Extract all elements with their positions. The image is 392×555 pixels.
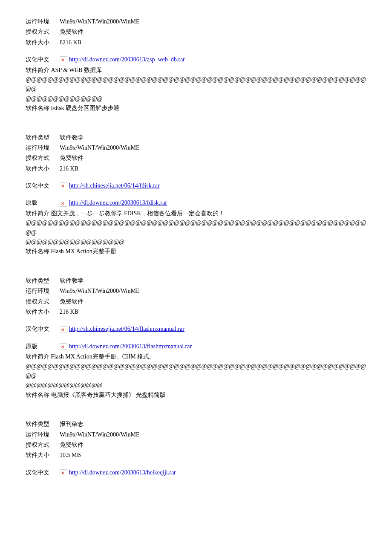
- value-auth-4: 免费软件: [60, 440, 84, 450]
- page-content: 运行环境 Win9x/WinNT/Win2000/WinME 授权方式 免费软件…: [26, 17, 366, 477]
- field-row-auth-4: 授权方式 免费软件: [26, 440, 366, 450]
- at-line-1b: @@@@@@@@@@@@@@: [26, 94, 366, 104]
- broken-image-2b: [60, 200, 67, 207]
- hanhua-link-3[interactable]: http://sh.chinesejia.net/06/14/flashmxma…: [69, 324, 184, 334]
- field-row-auth-2: 授权方式 免费软件: [26, 153, 366, 163]
- label-auth: 授权方式: [26, 27, 60, 37]
- yuanban-link-row-3: 原版 http://dl.downez.com/20030613/flashmx…: [26, 342, 366, 351]
- hanhua-link-2[interactable]: http://sh.chinesejia.net/06/14/fdisk.rar: [69, 181, 160, 191]
- at-line-1a: @@@@@@@@@@@@@@@@@@@@@@@@@@@@@@@@@@@@@@@@…: [26, 75, 366, 94]
- label-type-2: 软件类型: [26, 133, 60, 142]
- at-line-2b: @@@@@@@@@@@@@@@@@@: [26, 237, 366, 247]
- hanhua-link-row-3: 汉化中文 http://sh.chinesejia.net/06/14/flas…: [26, 324, 366, 334]
- label-hanhua-1: 汉化中文: [26, 55, 60, 64]
- section-1: 运行环境 Win9x/WinNT/Win2000/WinME 授权方式 免费软件…: [26, 17, 366, 113]
- field-row-type-2: 软件类型 软件教学: [26, 133, 366, 142]
- hanhua-link-row-4: 汉化中文 http://dl.downez.com/20030613/heike…: [26, 468, 366, 477]
- field-row-size-2: 软件大小 216 KB: [26, 164, 366, 173]
- value-type-4: 报刊杂志: [60, 419, 84, 429]
- label-hanhua-4: 汉化中文: [26, 468, 60, 477]
- value-size-3: 216 KB: [60, 307, 78, 317]
- label-hanhua-2: 汉化中文: [26, 181, 60, 191]
- value-env-3: Win9x/WinNT/Win2000/WinME: [60, 286, 140, 296]
- yuanban-link-3[interactable]: http://dl.downez.com/20030613/flashmxman…: [69, 342, 192, 351]
- yuanban-link-row-2: 原版 http://dl.downez.com/20030613/fdisk.r…: [26, 198, 366, 208]
- broken-image-3b: [60, 343, 67, 350]
- value-env-4: Win9x/WinNT/Win2000/WinME: [60, 430, 140, 439]
- next-title-1: 软件名称 Fdisk 硬盘分区图解步步通: [26, 104, 366, 113]
- value-size: 8216 KB: [60, 38, 81, 47]
- next-title-3: 软件名称 电脑报《黑客奇技赢巧大搜捕》 光盘精简版: [26, 390, 366, 400]
- value-auth-2: 免费软件: [60, 153, 84, 163]
- value-env-2: Win9x/WinNT/Win2000/WinME: [60, 143, 140, 153]
- value-size-2: 216 KB: [60, 164, 78, 173]
- label-hanhua-3: 汉化中文: [26, 324, 60, 334]
- section-3: 软件类型 软件教学 运行环境 Win9x/WinNT/Win2000/WinME…: [26, 269, 366, 400]
- broken-image-2: [60, 182, 67, 189]
- value-env: Win9x/WinNT/Win2000/WinME: [60, 17, 140, 26]
- hanhua-link-row-2: 汉化中文 http://sh.chinesejia.net/06/14/fdis…: [26, 181, 366, 191]
- field-row-type-4: 软件类型 报刊杂志: [26, 419, 366, 429]
- at-line-3a: @@@@@@@@@@@@@@@@@@@@@@@@@@@@@@@@@@@@@@@@…: [26, 362, 366, 381]
- field-row-env-2: 运行环境 Win9x/WinNT/Win2000/WinME: [26, 143, 366, 153]
- field-row-env: 运行环境 Win9x/WinNT/Win2000/WinME: [26, 17, 366, 26]
- broken-image-4: [60, 469, 67, 476]
- label-env-3: 运行环境: [26, 286, 60, 296]
- field-row-auth-3: 授权方式 免费软件: [26, 297, 366, 306]
- at-line-2a: @@@@@@@@@@@@@@@@@@@@@@@@@@@@@@@@@@@@@@@@…: [26, 218, 366, 237]
- field-row-size-3: 软件大小 216 KB: [26, 307, 366, 317]
- field-row-size-4: 软件大小 10.5 MB: [26, 451, 366, 460]
- label-env-4: 运行环境: [26, 430, 60, 439]
- value-type-3: 软件教学: [60, 276, 84, 286]
- label-type-4: 软件类型: [26, 419, 60, 429]
- label-type-3: 软件类型: [26, 276, 60, 286]
- field-row-auth: 授权方式 免费软件: [26, 27, 366, 37]
- description-3: 软件简介 Flash MX Action完整手册。CHM 格式。: [26, 352, 366, 361]
- label-auth-4: 授权方式: [26, 440, 60, 450]
- hanhua-link-1[interactable]: http://dl.downez.com/20030613/asp_web_db…: [69, 55, 185, 64]
- label-env: 运行环境: [26, 17, 60, 26]
- field-row-env-4: 运行环境 Win9x/WinNT/Win2000/WinME: [26, 430, 366, 439]
- section-2: 软件类型 软件教学 运行环境 Win9x/WinNT/Win2000/WinME…: [26, 126, 366, 257]
- broken-image-3: [60, 326, 67, 333]
- label-size-3: 软件大小: [26, 307, 60, 317]
- yuanban-link-2[interactable]: http://dl.downez.com/20030613/fdisk.rar: [69, 198, 167, 208]
- at-line-3b: @@@@@@@@@@@@@@: [26, 381, 366, 390]
- description-2: 软件简介 图文并茂，一步一步教你学 FDISK，相信各位看后一定会喜欢的！: [26, 209, 366, 218]
- label-auth-3: 授权方式: [26, 297, 60, 306]
- label-auth-2: 授权方式: [26, 153, 60, 163]
- value-type-2: 软件教学: [60, 133, 84, 142]
- label-size-4: 软件大小: [26, 451, 60, 460]
- value-size-4: 10.5 MB: [60, 451, 81, 460]
- field-row-size: 软件大小 8216 KB: [26, 38, 366, 47]
- hanhua-link-4[interactable]: http://dl.downez.com/20030613/heikeqiji.…: [69, 468, 176, 477]
- label-yuanban-2: 原版: [26, 198, 60, 208]
- section-4: 软件类型 报刊杂志 运行环境 Win9x/WinNT/Win2000/WinME…: [26, 413, 366, 477]
- broken-image-1: [60, 56, 67, 63]
- hanhua-link-row-1: 汉化中文 http://dl.downez.com/20030613/asp_w…: [26, 55, 366, 64]
- value-auth: 免费软件: [60, 27, 84, 37]
- label-env-2: 运行环境: [26, 143, 60, 153]
- label-size-2: 软件大小: [26, 164, 60, 173]
- label-yuanban-3: 原版: [26, 342, 60, 351]
- field-row-env-3: 运行环境 Win9x/WinNT/Win2000/WinME: [26, 286, 366, 296]
- value-auth-3: 免费软件: [60, 297, 84, 306]
- description-1: 软件简介 ASP & WEB 数据库: [26, 66, 366, 75]
- label-size: 软件大小: [26, 38, 60, 47]
- next-title-2: 软件名称 Flash MX Action完整手册: [26, 247, 366, 256]
- field-row-type-3: 软件类型 软件教学: [26, 276, 366, 286]
